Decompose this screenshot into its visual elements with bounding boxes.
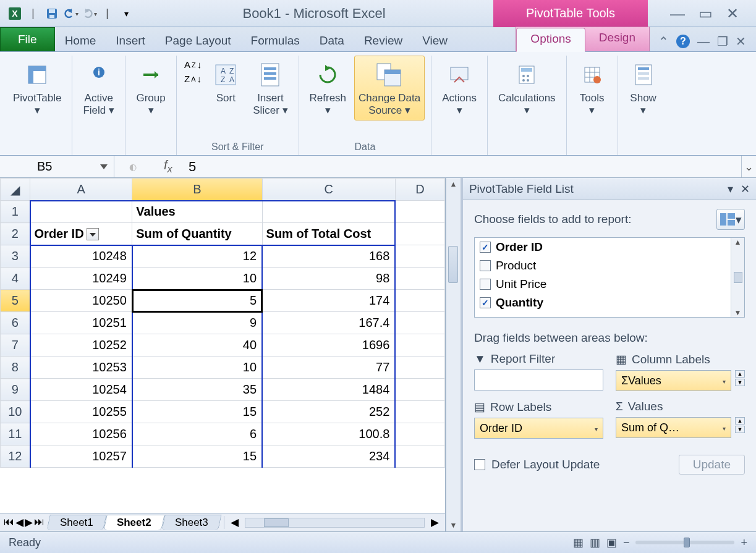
cell[interactable]: 35 bbox=[132, 379, 262, 401]
cell[interactable]: 15 bbox=[132, 401, 262, 423]
cell[interactable] bbox=[395, 445, 444, 468]
sum-quantity-header[interactable]: Sum of Quantity bbox=[132, 223, 262, 245]
cell[interactable]: 10249 bbox=[30, 268, 132, 290]
cell[interactable]: 100.8 bbox=[262, 423, 395, 445]
first-sheet-icon[interactable]: ⏮ bbox=[4, 516, 14, 529]
help-icon[interactable]: ? bbox=[676, 35, 690, 48]
spin-down-icon[interactable]: ▼ bbox=[735, 426, 745, 433]
cell[interactable] bbox=[395, 379, 444, 401]
cell[interactable]: 252 bbox=[262, 401, 395, 423]
cell[interactable]: 174 bbox=[262, 290, 395, 312]
workbook-close-icon[interactable]: ✕ bbox=[736, 34, 746, 49]
values-slot[interactable]: Sum of Q…▾ bbox=[616, 417, 731, 438]
tab-design[interactable]: Design bbox=[585, 27, 649, 51]
cell[interactable] bbox=[395, 312, 444, 334]
cell[interactable] bbox=[395, 245, 444, 268]
cell[interactable] bbox=[395, 223, 444, 245]
maximize-icon[interactable]: ▭ bbox=[699, 5, 713, 22]
field-list-scrollbar[interactable]: ▲▼ bbox=[731, 238, 744, 317]
view-normal-icon[interactable]: ▦ bbox=[573, 536, 584, 549]
cell[interactable]: 15 bbox=[132, 445, 262, 468]
next-sheet-icon[interactable]: ▶ bbox=[25, 516, 33, 529]
sort-button[interactable]: AZZASort bbox=[206, 56, 245, 109]
redo-icon[interactable]: ▾ bbox=[80, 5, 98, 22]
sort-asc-button[interactable]: AZ↓ bbox=[184, 59, 202, 70]
spin-up-icon[interactable]: ▲ bbox=[735, 370, 745, 378]
cell[interactable] bbox=[395, 334, 444, 357]
cell[interactable]: 5 bbox=[132, 290, 262, 312]
select-all-corner[interactable]: ◢ bbox=[1, 179, 30, 201]
row-header[interactable]: 3 bbox=[1, 245, 30, 268]
row-header[interactable]: 10 bbox=[1, 401, 30, 423]
cell[interactable]: 1484 bbox=[262, 379, 395, 401]
field-list[interactable]: ▲▼ ✓Order IDProductUnit Price✓Quantity bbox=[474, 237, 745, 318]
update-button[interactable]: Update bbox=[679, 455, 745, 475]
cell[interactable]: 98 bbox=[262, 268, 395, 290]
change-data-source-button[interactable]: Change Data Source ▾ bbox=[354, 56, 425, 120]
col-header-A[interactable]: A bbox=[30, 179, 132, 201]
chevron-down-icon[interactable] bbox=[100, 164, 108, 169]
cell[interactable]: 167.4 bbox=[262, 312, 395, 334]
filter-dropdown-icon[interactable] bbox=[87, 228, 99, 240]
row-header[interactable]: 12 bbox=[1, 445, 30, 468]
name-box[interactable]: B5 bbox=[0, 156, 114, 177]
cell[interactable]: 10248 bbox=[30, 245, 132, 268]
expand-formula-bar-icon[interactable]: ⌄ bbox=[741, 156, 756, 177]
prev-sheet-icon[interactable]: ◀ bbox=[15, 516, 23, 529]
cell[interactable]: 10252 bbox=[30, 334, 132, 357]
field-list-item[interactable]: Product bbox=[475, 256, 744, 275]
cell[interactable]: 10250 bbox=[30, 290, 132, 312]
pivottable-button[interactable]: PivotTable▾ bbox=[9, 56, 66, 120]
cell[interactable] bbox=[395, 268, 444, 290]
defer-update-checkbox[interactable] bbox=[474, 459, 485, 470]
cell[interactable]: 10253 bbox=[30, 357, 132, 379]
view-page-break-icon[interactable]: ▣ bbox=[606, 536, 617, 549]
cell[interactable]: 77 bbox=[262, 357, 395, 379]
worksheet-grid[interactable]: ◢ A B C D 1 Values 2 Order ID bbox=[0, 178, 445, 468]
checkbox-icon[interactable]: ✓ bbox=[480, 242, 491, 253]
tab-review[interactable]: Review bbox=[354, 30, 412, 51]
cell[interactable]: 10 bbox=[132, 357, 262, 379]
cell[interactable] bbox=[395, 357, 444, 379]
cell[interactable] bbox=[395, 201, 444, 223]
checkbox-icon[interactable] bbox=[480, 260, 491, 271]
insert-slicer-button[interactable]: Insert Slicer ▾ bbox=[248, 56, 292, 120]
view-page-layout-icon[interactable]: ▥ bbox=[590, 536, 600, 549]
save-icon[interactable] bbox=[43, 5, 61, 22]
zoom-out-icon[interactable]: − bbox=[623, 536, 630, 549]
row-labels-slot[interactable]: Order ID▾ bbox=[474, 418, 603, 439]
row-header[interactable]: 5 bbox=[1, 290, 30, 312]
workbook-restore-icon[interactable]: ❐ bbox=[717, 34, 728, 49]
ribbon-minimize-icon[interactable]: ⌃ bbox=[658, 34, 669, 49]
tab-view[interactable]: View bbox=[412, 30, 457, 51]
excel-icon[interactable]: X bbox=[6, 5, 23, 22]
qat-customize-icon[interactable]: ▾ bbox=[117, 5, 135, 22]
row-header[interactable]: 1 bbox=[1, 201, 30, 223]
cell[interactable]: 10255 bbox=[30, 401, 132, 423]
group-button[interactable]: Group▾ bbox=[132, 56, 170, 120]
tab-file[interactable]: File bbox=[0, 27, 55, 51]
pane-close-icon[interactable]: ✕ bbox=[741, 182, 750, 196]
cell[interactable]: 10256 bbox=[30, 423, 132, 445]
zoom-slider[interactable] bbox=[635, 541, 734, 544]
calculations-button[interactable]: Calculations▾ bbox=[494, 56, 560, 120]
tab-page-layout[interactable]: Page Layout bbox=[155, 30, 241, 51]
horizontal-scrollbar[interactable]: ◀▶ bbox=[224, 516, 445, 529]
tab-options[interactable]: Options bbox=[516, 28, 585, 52]
checkbox-icon[interactable] bbox=[480, 279, 491, 290]
field-list-item[interactable]: Unit Price bbox=[475, 275, 744, 293]
report-filter-slot[interactable] bbox=[474, 369, 603, 390]
show-button[interactable]: Show▾ bbox=[624, 56, 663, 120]
formula-input[interactable]: 5 bbox=[185, 159, 741, 175]
vertical-scrollbar[interactable]: ▲ ▼ bbox=[446, 178, 461, 531]
active-field-button[interactable]: iActive Field ▾ bbox=[79, 56, 119, 120]
sum-total-cost-header[interactable]: Sum of Total Cost bbox=[262, 223, 395, 245]
pane-dropdown-icon[interactable]: ▾ bbox=[728, 182, 733, 196]
row-header[interactable]: 4 bbox=[1, 268, 30, 290]
cell[interactable]: 234 bbox=[262, 445, 395, 468]
cell[interactable]: 6 bbox=[132, 423, 262, 445]
cell[interactable]: 10257 bbox=[30, 445, 132, 468]
spin-up-icon[interactable]: ▲ bbox=[735, 417, 745, 424]
cell[interactable] bbox=[395, 401, 444, 423]
spin-down-icon[interactable]: ▼ bbox=[735, 379, 745, 386]
